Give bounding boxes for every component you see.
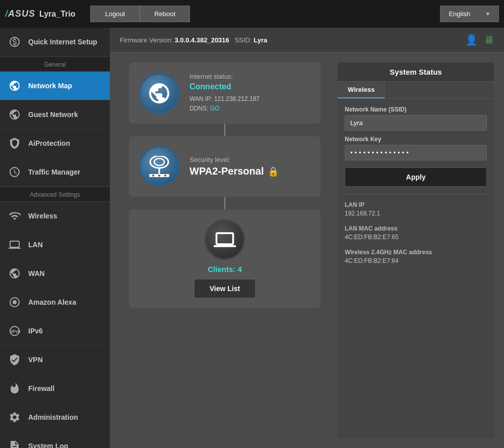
quick-setup-icon: [7, 34, 22, 49]
svg-text:IPv6: IPv6: [11, 329, 21, 334]
status-icon: 🖥: [484, 34, 494, 46]
wifi-mac-label: Wireless 2.4GHz MAC address: [345, 249, 487, 256]
sidebar-item-system-log[interactable]: System Log: [0, 432, 110, 448]
sidebar-item-label: Guest Network: [28, 110, 78, 119]
firmware-version: 3.0.0.4.382_20316: [174, 36, 229, 44]
user-icon[interactable]: 👤: [465, 34, 478, 46]
language-selector[interactable]: English ▼: [440, 6, 499, 22]
internet-panel: Internet status: Connected WAN IP: 121.2…: [129, 63, 321, 124]
ssid-label: SSID:: [235, 36, 252, 44]
header: /ASUS Lyra_Trio Logout Reboot English ▼: [0, 0, 504, 28]
sidebar-item-label: Quick Internet Setup: [28, 38, 97, 46]
sidebar-item-label: VPN: [28, 356, 43, 364]
tab-wireless[interactable]: Wireless: [338, 82, 385, 98]
sidebar-item-amazon-alexa[interactable]: Amazon Alexa: [0, 288, 110, 317]
clients-count: Clients: 4: [208, 265, 242, 273]
general-section-label: General: [0, 57, 110, 72]
svg-point-9: [164, 175, 166, 177]
view-list-button[interactable]: View List: [195, 279, 255, 298]
firmware-info: Firmware Version: 3.0.0.4.382_20316 SSID…: [120, 36, 267, 44]
sidebar-item-label: IPv6: [28, 327, 43, 335]
aiprotection-icon: [7, 136, 22, 151]
sidebar-item-label: LAN: [28, 241, 43, 249]
lan-icon: [7, 237, 22, 252]
content: Firmware Version: 3.0.0.4.382_20316 SSID…: [110, 28, 504, 448]
sidebar-item-aiprotection[interactable]: AiProtection: [0, 129, 110, 158]
sidebar: Quick Internet Setup General Network Map…: [0, 28, 110, 448]
network-key-input[interactable]: [345, 145, 487, 160]
header-buttons: Logout Reboot: [90, 6, 190, 22]
apply-button[interactable]: Apply: [345, 167, 487, 187]
lan-ip-value: 192.168.72.1: [345, 210, 487, 217]
lan-ip-label: LAN IP: [345, 201, 487, 208]
sidebar-item-label: Wireless: [28, 212, 57, 220]
sidebar-item-administration[interactable]: Administration: [0, 403, 110, 432]
ssid-value: Lyra: [254, 36, 267, 44]
router-panel: Security level: WPA2-Personal 🔒: [129, 136, 321, 197]
connector-2: [224, 197, 225, 209]
ssid-field: Network Name (SSID): [345, 106, 487, 131]
svg-point-7: [152, 175, 154, 177]
svg-point-8: [158, 175, 160, 177]
lan-mac-value: 4C:ED:FB:B2:E7:65: [345, 234, 487, 241]
network-map-icon: [7, 78, 22, 93]
traffic-manager-icon: [7, 164, 22, 180]
sidebar-item-label: AiProtection: [28, 139, 70, 147]
reboot-button[interactable]: Reboot: [140, 6, 190, 22]
wifi-mac-value: 4C:ED:FB:B2:E7:64: [345, 257, 487, 264]
header-icons: 👤 🖥: [465, 34, 494, 46]
sidebar-item-network-map[interactable]: Network Map: [0, 72, 110, 100]
logo-area: /ASUS Lyra_Trio: [5, 9, 75, 19]
sidebar-item-label: Administration: [28, 413, 78, 421]
system-log-icon: [7, 438, 22, 448]
vpn-icon: [7, 352, 22, 367]
internet-status-value: Connected: [190, 82, 260, 91]
sidebar-item-label: Amazon Alexa: [28, 298, 76, 306]
content-header: Firmware Version: 3.0.0.4.382_20316 SSID…: [110, 28, 504, 52]
connector-1: [224, 124, 225, 136]
sidebar-item-firewall[interactable]: Firewall: [0, 374, 110, 403]
sidebar-item-guest-network[interactable]: Guest Network: [0, 100, 110, 129]
logout-button[interactable]: Logout: [90, 6, 140, 22]
clients-icon: [205, 219, 245, 260]
ddns-link[interactable]: GO: [210, 105, 220, 112]
sidebar-item-label: Traffic Manager: [28, 168, 80, 176]
wan-icon: [7, 266, 22, 281]
lan-ip-field: LAN IP 192.168.72.1: [345, 201, 487, 220]
internet-status-label: Internet status:: [190, 73, 260, 80]
svg-point-3: [150, 156, 168, 168]
sidebar-item-vpn[interactable]: VPN: [0, 346, 110, 374]
internet-icon: [139, 73, 179, 114]
guest-network-icon: [7, 107, 22, 122]
chevron-down-icon: ▼: [485, 11, 490, 17]
router-icon: [139, 146, 179, 187]
key-field: Network Key: [345, 136, 487, 160]
internet-info: Internet status: Connected WAN IP: 121.2…: [190, 73, 260, 114]
system-status-title: System Status: [338, 63, 494, 82]
router-info: Security level: WPA2-Personal 🔒: [190, 156, 279, 177]
wireless-icon: [7, 208, 22, 223]
wifi-mac-field: Wireless 2.4GHz MAC address 4C:ED:FB:B2:…: [345, 249, 487, 267]
sidebar-item-traffic-manager[interactable]: Traffic Manager: [0, 158, 110, 187]
panels-column: Internet status: Connected WAN IP: 121.2…: [120, 63, 330, 438]
ssid-field-label: Network Name (SSID): [345, 106, 487, 113]
sidebar-item-label: System Log: [28, 442, 68, 448]
firewall-icon: [7, 381, 22, 396]
sidebar-item-ipv6[interactable]: IPv6 IPv6: [0, 317, 110, 346]
ipv6-icon: IPv6: [7, 323, 22, 339]
advanced-section-label: Advanced Settings: [0, 187, 110, 202]
sidebar-item-wan[interactable]: WAN: [0, 259, 110, 288]
security-value: WPA2-Personal 🔒: [190, 165, 279, 177]
sidebar-item-quick-setup[interactable]: Quick Internet Setup: [0, 28, 110, 57]
administration-icon: [7, 410, 22, 425]
lan-mac-field: LAN MAC address 4C:ED:FB:B2:E7:65: [345, 225, 487, 244]
sidebar-item-label: WAN: [28, 269, 45, 277]
sidebar-item-wireless[interactable]: Wireless: [0, 202, 110, 231]
clients-number: 4: [237, 265, 241, 273]
sidebar-item-lan[interactable]: LAN: [0, 231, 110, 259]
system-status-body: Network Name (SSID) Network Key Apply LA…: [338, 99, 494, 274]
sidebar-item-label: Network Map: [28, 82, 72, 90]
ssid-input[interactable]: [345, 115, 487, 131]
device-name: Lyra_Trio: [39, 10, 75, 19]
sidebar-item-label: Firewall: [28, 384, 54, 393]
